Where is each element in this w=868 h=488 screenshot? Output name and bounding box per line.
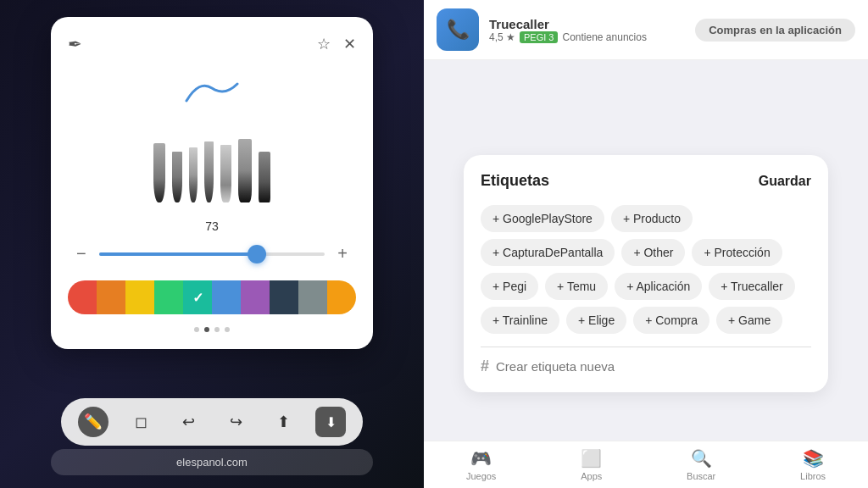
tag-label: + Pegi	[492, 280, 526, 293]
url-text: elespanol.com	[176, 456, 248, 469]
tag-pegi[interactable]: + Pegi	[481, 273, 538, 300]
pen-tool-3[interactable]	[189, 147, 198, 202]
dot-1	[194, 327, 199, 332]
draw-button[interactable]: ✏️	[78, 407, 108, 437]
color-teal[interactable]: ✓	[183, 280, 212, 314]
tag-googleplaystore[interactable]: + GooglePlayStore	[481, 205, 604, 232]
new-tag-input[interactable]	[496, 359, 811, 374]
page-dots	[68, 327, 356, 332]
color-dark[interactable]	[270, 280, 298, 314]
color-yellow[interactable]	[125, 280, 154, 314]
right-panel: 📞 Truecaller 4,5 ★ PEGI 3 Contiene anunc…	[424, 0, 868, 488]
nav-books-label: Libros	[800, 471, 826, 481]
drawing-card: ✒ ☆ ✕ 73 −	[51, 17, 373, 349]
slider-plus-button[interactable]: +	[333, 240, 352, 268]
rating-value: 4,5 ★	[489, 31, 515, 43]
pen-stroke-preview	[68, 67, 356, 118]
tag-aplicacion[interactable]: + Aplicación	[615, 273, 702, 300]
color-purple[interactable]	[241, 280, 270, 314]
tag-game[interactable]: + Game	[716, 307, 782, 334]
nav-apps[interactable]: ⬜ Apps	[581, 448, 602, 481]
eraser-button[interactable]: ◻	[125, 407, 156, 437]
color-green[interactable]	[154, 280, 183, 314]
search-icon: 🔍	[691, 448, 712, 469]
tag-capturadepantalla[interactable]: + CapturaDePantalla	[481, 239, 615, 266]
slider-fill	[99, 252, 258, 256]
pen-tool-6[interactable]	[238, 139, 252, 202]
card-actions: ☆ ✕	[317, 35, 356, 53]
tag-proteccion[interactable]: + Protección	[692, 239, 782, 266]
tag-label: + Aplicación	[626, 280, 690, 293]
pen-tool-7[interactable]	[259, 152, 270, 202]
favorite-button[interactable]: ☆	[317, 35, 331, 53]
stroke-svg	[178, 71, 246, 114]
card-header: ✒ ☆ ✕	[68, 34, 356, 54]
tag-compra[interactable]: + Compra	[633, 307, 709, 334]
nav-apps-label: Apps	[581, 471, 602, 481]
tag-elige[interactable]: + Elige	[566, 307, 626, 334]
bottom-toolbar: ✏️ ◻ ↩ ↪ ⬆ ⬇	[61, 398, 363, 446]
slider-area: − +	[68, 240, 356, 268]
apps-icon: ⬜	[581, 448, 602, 469]
slider-value: 73	[68, 219, 356, 233]
undo-button[interactable]: ↩	[173, 407, 203, 437]
color-gray[interactable]	[298, 280, 327, 314]
books-icon: 📚	[803, 448, 824, 469]
tag-truecaller[interactable]: + Truecaller	[709, 273, 795, 300]
nav-books[interactable]: 📚 Libros	[800, 448, 826, 481]
pen-tool-2[interactable]	[172, 152, 182, 202]
close-button[interactable]: ✕	[343, 35, 356, 53]
tag-label: + CapturaDePantalla	[492, 246, 603, 259]
tag-trainline[interactable]: + Trainline	[481, 307, 559, 334]
tag-label: + Protección	[704, 246, 770, 259]
left-panel: ✒ ☆ ✕ 73 −	[0, 0, 424, 488]
tag-label: + GooglePlayStore	[492, 212, 593, 225]
buy-button[interactable]: Compras en la aplicación	[695, 19, 855, 42]
download-button[interactable]: ⬇	[315, 407, 346, 437]
age-rating: PEGI 3	[520, 31, 558, 43]
pen-tool-4[interactable]	[204, 141, 214, 202]
tag-label: + Producto	[623, 212, 681, 225]
save-button[interactable]: Guardar	[759, 174, 811, 189]
color-orange[interactable]	[97, 280, 125, 314]
tag-label: + Trainline	[492, 313, 548, 327]
dot-3	[214, 327, 220, 332]
color-blue[interactable]	[212, 280, 241, 314]
pen-tool-5[interactable]	[220, 145, 231, 202]
app-rating: 4,5 ★ PEGI 3 Contiene anuncios	[489, 31, 685, 43]
app-info: Truecaller 4,5 ★ PEGI 3 Contiene anuncio…	[489, 17, 685, 43]
tag-label: + Compra	[645, 313, 698, 327]
tag-producto[interactable]: + Producto	[611, 205, 693, 232]
app-icon: 📞	[437, 8, 479, 51]
hashtag-icon: #	[481, 358, 489, 375]
nav-games[interactable]: 🎮 Juegos	[466, 448, 496, 481]
url-bar: elespanol.com	[51, 449, 373, 475]
slider-track	[99, 252, 326, 256]
tags-panel: Etiquetas Guardar + GooglePlayStore + Pr…	[464, 155, 828, 392]
new-tag-area: #	[481, 347, 811, 375]
contains-ads: Contiene anuncios	[562, 31, 646, 43]
nav-search-label: Buscar	[687, 471, 715, 481]
color-red[interactable]	[68, 280, 97, 314]
tag-other[interactable]: + Other	[621, 239, 685, 266]
tag-temu[interactable]: + Temu	[545, 273, 608, 300]
games-icon: 🎮	[470, 448, 492, 469]
pen-tool-1[interactable]	[153, 143, 165, 202]
tag-label: + Truecaller	[721, 280, 783, 293]
tags-grid: + GooglePlayStore + Producto + CapturaDe…	[481, 205, 811, 334]
color-gold[interactable]	[327, 280, 356, 314]
app-header: 📞 Truecaller 4,5 ★ PEGI 3 Contiene anunc…	[424, 0, 868, 60]
slider-container[interactable]	[99, 252, 326, 256]
pen-tools-row	[68, 126, 356, 202]
pen-icon: ✒	[68, 34, 82, 54]
tags-header: Etiquetas Guardar	[481, 172, 811, 190]
app-name: Truecaller	[489, 17, 685, 31]
selected-check: ✓	[192, 290, 203, 306]
nav-games-label: Juegos	[466, 471, 496, 481]
slider-minus-button[interactable]: −	[72, 240, 91, 268]
slider-thumb[interactable]	[248, 245, 266, 263]
nav-search[interactable]: 🔍 Buscar	[687, 448, 715, 481]
share-button[interactable]: ⬆	[268, 407, 298, 437]
redo-button[interactable]: ↪	[220, 407, 251, 437]
dot-2	[204, 327, 209, 332]
